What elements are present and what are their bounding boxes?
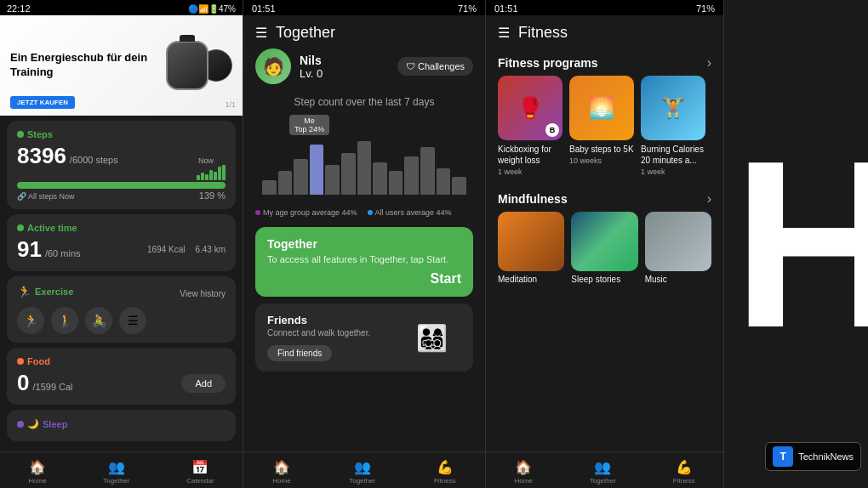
p2-together-icon: 👥 bbox=[354, 459, 371, 475]
steps-card[interactable]: Steps 8396 /6000 steps Now bbox=[7, 121, 236, 209]
steps-now-label: Now bbox=[198, 156, 226, 165]
kickbox-badge: B bbox=[545, 123, 559, 137]
step-count-label: Step count over the last 7 days bbox=[243, 93, 485, 111]
statusbar-panel1: 22:12 🔵📶🔋47% bbox=[0, 0, 243, 15]
p2-nav-home[interactable]: 🏠 Home bbox=[272, 459, 290, 485]
battery-panel1: 🔵📶🔋47% bbox=[188, 4, 236, 14]
bar-4 bbox=[310, 145, 324, 196]
time-panel1: 22:12 bbox=[7, 3, 31, 14]
p3-together-icon: 👥 bbox=[594, 459, 611, 475]
promo-indicator: 1/1 bbox=[225, 100, 236, 109]
steps-bars bbox=[197, 165, 226, 180]
statusbar-panel3: 01:51 71% bbox=[486, 0, 723, 15]
friends-illustration: 👨‍👩‍👧‍👦 bbox=[402, 316, 461, 359]
fitness-programs-chevron[interactable]: › bbox=[707, 55, 711, 71]
exercise-header: 🏃 Exercise View history bbox=[17, 285, 226, 302]
p3-home-icon: 🏠 bbox=[515, 459, 532, 475]
baby-steps-thumbnail: 🌅 bbox=[569, 76, 634, 140]
p3-nav-together[interactable]: 👥 Together bbox=[590, 459, 616, 485]
baby-steps-duration: 10 weeks bbox=[569, 156, 634, 165]
nav-together[interactable]: 👥 Together bbox=[103, 459, 129, 485]
friends-card: Friends Connect and walk together. Find … bbox=[255, 304, 473, 372]
time-panel2: 01:51 bbox=[252, 3, 276, 14]
food-add-button[interactable]: Add bbox=[181, 374, 226, 393]
calendar-icon: 📅 bbox=[191, 459, 208, 475]
find-friends-button[interactable]: Find friends bbox=[267, 345, 332, 361]
steps-progress-bar bbox=[17, 182, 226, 189]
challenges-button[interactable]: 🛡 Challenges bbox=[397, 57, 473, 76]
hamburger-icon[interactable]: ☰ bbox=[255, 25, 267, 41]
mindfulness-card-sleep[interactable]: Sleep stories bbox=[571, 212, 637, 284]
p3-nav-fitness[interactable]: 💪 Fitness bbox=[673, 459, 695, 485]
techniknews-badge: T TechnikNews bbox=[765, 442, 861, 471]
tooltip-name: Me bbox=[294, 116, 324, 125]
promo-banner[interactable]: Ein Energieschub für dein Training JETZT… bbox=[0, 15, 243, 116]
sleep-label: 🌙 Sleep bbox=[17, 418, 226, 429]
nav-home[interactable]: 🏠 Home bbox=[28, 459, 46, 485]
bar-8 bbox=[373, 162, 387, 196]
bar-5 bbox=[325, 165, 340, 195]
p2-nav-fitness[interactable]: 💪 Fitness bbox=[434, 459, 456, 485]
program-card-kickbox[interactable]: 🥊 B Kickboxing for weight loss 1 week bbox=[498, 76, 562, 176]
run-icon[interactable]: 🏃 bbox=[17, 307, 44, 334]
start-button[interactable]: Start bbox=[267, 271, 461, 287]
program-cards-row: 🥊 B Kickboxing for weight loss 1 week 🌅 … bbox=[486, 76, 723, 184]
friends-info: Friends Connect and walk together. Find … bbox=[267, 314, 395, 361]
music-thumbnail bbox=[645, 212, 711, 271]
health-cards-container: Steps 8396 /6000 steps Now bbox=[0, 116, 243, 451]
nav-calendar[interactable]: 📅 Calendar bbox=[186, 459, 214, 485]
panel-fitness: 01:51 71% ☰ Fitness Fitness programs › 🥊… bbox=[485, 0, 723, 488]
bike-icon[interactable]: 🚴 bbox=[85, 307, 112, 334]
user-level: Lv. 0 bbox=[300, 67, 389, 80]
mindfulness-card-meditation[interactable]: Meditation bbox=[498, 212, 564, 284]
program-card-burn[interactable]: 🏋️ Burning Calories 20 minutes a... 1 we… bbox=[641, 76, 705, 176]
bar-13 bbox=[452, 177, 466, 195]
together-promo-title: Together bbox=[267, 237, 461, 251]
legend-age-group: My age group average 44% bbox=[255, 208, 357, 217]
together-promo-text: To access all features in Together, tap … bbox=[267, 254, 461, 264]
fitness-programs-header: Fitness programs › bbox=[486, 48, 723, 76]
km-value: 6.43 km bbox=[195, 245, 226, 254]
promo-cta-button[interactable]: JETZT KAUFEN bbox=[10, 96, 75, 109]
mindfulness-cards-row: Meditation Sleep stories Music bbox=[486, 212, 723, 292]
steps-all-link[interactable]: 🔗 All steps Now bbox=[17, 192, 75, 201]
chart-tooltip: Me Top 24% bbox=[289, 115, 329, 135]
bar-9 bbox=[389, 171, 403, 195]
exercise-card[interactable]: 🏃 Exercise View history 🏃 🚶 🚴 ☰ bbox=[7, 276, 236, 343]
food-card[interactable]: Food 0 /1599 Cal Add bbox=[7, 348, 236, 405]
steps-label: Steps bbox=[17, 129, 226, 139]
user-info: Nils Lv. 0 bbox=[300, 54, 389, 80]
panel2-bottom-nav: 🏠 Home 👥 Together 💪 Fitness bbox=[243, 451, 485, 488]
meditation-thumbnail bbox=[498, 212, 564, 271]
home-icon: 🏠 bbox=[29, 459, 46, 475]
fitness-programs-title: Fitness programs bbox=[498, 56, 597, 70]
bar-chart bbox=[262, 135, 466, 195]
fitness-title: Fitness bbox=[518, 24, 568, 42]
active-time-card[interactable]: Active time 91 /60 mins 1694 Kcal 6.43 k… bbox=[7, 214, 236, 271]
promo-watch-image bbox=[166, 31, 232, 99]
fitness-hamburger-icon[interactable]: ☰ bbox=[498, 25, 510, 41]
baby-steps-name: Baby steps to 5K bbox=[569, 144, 634, 155]
mindfulness-card-music[interactable]: Music bbox=[645, 212, 711, 284]
p3-nav-home[interactable]: 🏠 Home bbox=[514, 459, 532, 485]
legend-all-text: All users average 44% bbox=[375, 208, 452, 217]
view-history-button[interactable]: View history bbox=[180, 289, 226, 298]
chart-legend: My age group average 44% All users avera… bbox=[243, 205, 485, 220]
mindfulness-title: Mindfulness bbox=[498, 192, 568, 206]
bar-3 bbox=[294, 159, 308, 195]
sleep-card[interactable]: 🌙 Sleep bbox=[7, 410, 236, 441]
list-icon[interactable]: ☰ bbox=[119, 307, 146, 334]
burn-name: Burning Calories 20 minutes a... bbox=[641, 144, 705, 166]
active-time-value: 91 bbox=[17, 236, 42, 263]
steps-value: 8396 bbox=[17, 143, 66, 169]
together-promo-card[interactable]: Together To access all features in Toget… bbox=[255, 227, 473, 297]
battery-panel3: 71% bbox=[696, 3, 715, 14]
p2-nav-together[interactable]: 👥 Together bbox=[349, 459, 375, 485]
mindfulness-header: Mindfulness › bbox=[486, 184, 723, 212]
mindfulness-chevron[interactable]: › bbox=[707, 191, 711, 207]
walk-icon[interactable]: 🚶 bbox=[51, 307, 78, 334]
bar-2 bbox=[278, 171, 293, 195]
legend-all-dot bbox=[368, 210, 373, 215]
kickbox-name: Kickboxing for weight loss bbox=[498, 144, 562, 166]
program-card-baby-steps[interactable]: 🌅 Baby steps to 5K 10 weeks bbox=[569, 76, 634, 176]
